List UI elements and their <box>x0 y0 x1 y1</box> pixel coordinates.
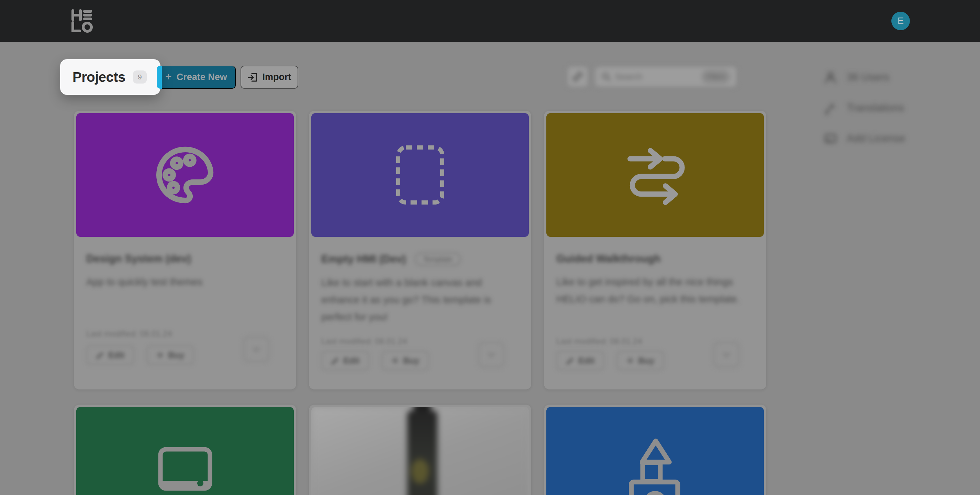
edit-button[interactable]: Edit <box>556 351 604 370</box>
sidebar-item-add-license[interactable]: Add License <box>824 128 948 149</box>
buy-label: Buy <box>168 350 184 360</box>
buy-button[interactable]: Buy <box>617 351 664 370</box>
plus-icon <box>156 351 164 359</box>
sidebar-item-translations[interactable]: Translations <box>824 97 948 119</box>
blocks-icon <box>623 436 687 495</box>
project-thumbnail <box>311 113 529 237</box>
card-menu-button[interactable] <box>243 336 269 362</box>
buy-button[interactable]: Buy <box>147 345 194 365</box>
create-new-button[interactable]: + Create New <box>157 66 236 89</box>
view-toggle-button[interactable] <box>567 66 588 87</box>
create-new-button-highlight <box>157 66 162 89</box>
plus-icon: + <box>165 71 172 82</box>
dashed-frame-icon <box>396 145 444 205</box>
avatar-initial: E <box>897 16 904 27</box>
filter-pill-label: Filters <box>707 73 725 80</box>
plus-icon <box>627 357 634 364</box>
project-thumbnail <box>546 407 764 495</box>
sidebar-users-label: 36 Users <box>847 71 889 84</box>
buy-label: Buy <box>403 356 419 366</box>
helio-logo-icon[interactable] <box>70 9 93 33</box>
project-thumbnail <box>76 113 294 237</box>
search-field[interactable]: Filters <box>595 66 737 87</box>
buy-label: Buy <box>638 356 654 366</box>
project-title: Design System (dev) <box>86 253 191 265</box>
template-badge: Template <box>415 253 460 266</box>
import-icon <box>248 72 258 83</box>
blurred-photo <box>311 407 529 495</box>
page-title: Projects <box>73 70 126 85</box>
chevron-down-icon <box>251 344 261 354</box>
plus-icon <box>391 357 399 364</box>
chevron-down-icon <box>721 350 732 360</box>
last-modified: Last modified: 08.01.24 <box>556 336 642 346</box>
import-button[interactable]: Import <box>240 66 298 89</box>
project-card-row2-3[interactable] <box>544 404 766 495</box>
palette-icon <box>153 142 218 208</box>
import-label: Import <box>262 72 291 83</box>
filter-pill[interactable]: Filters <box>701 70 730 84</box>
edit-button[interactable]: Edit <box>86 345 134 365</box>
pencil-icon <box>96 351 104 359</box>
user-avatar[interactable]: E <box>891 12 910 30</box>
chevron-down-icon <box>486 350 496 360</box>
project-card-row2-2[interactable] <box>309 404 531 495</box>
right-sidebar: 36 Users Translations Add License <box>824 67 948 159</box>
pencil-icon <box>566 357 574 365</box>
display-icon <box>158 447 213 491</box>
pencil-icon <box>331 357 339 365</box>
project-description: Like to start with a blank canvas and en… <box>321 274 520 326</box>
license-icon <box>824 132 837 145</box>
project-description: Like to get inspired by all the nice thi… <box>556 273 756 308</box>
project-card-empty-hmi[interactable]: Empty HMI (Dev) Template Like to start w… <box>309 111 531 390</box>
last-modified: Last modified: 08.01.24 <box>86 329 172 339</box>
last-modified: Last modified: 08.01.24 <box>321 336 407 346</box>
project-count-badge: 9 <box>133 70 147 84</box>
link-icon <box>573 72 583 82</box>
sidebar-translations-label: Translations <box>847 102 904 114</box>
sidebar-add-license-label: Add License <box>847 132 905 145</box>
project-description: App to quickly test themes <box>86 273 286 290</box>
edit-label: Edit <box>108 350 124 360</box>
project-card-guided-walkthrough[interactable]: Guided Walkthrough Like to get inspired … <box>544 111 766 390</box>
edit-label: Edit <box>343 356 360 366</box>
project-thumbnail-photo <box>311 407 529 495</box>
search-input[interactable] <box>615 72 697 82</box>
card-menu-button[interactable] <box>713 342 740 368</box>
app-header: E <box>0 0 980 42</box>
project-title: Guided Walkthrough <box>556 253 661 265</box>
project-thumbnail <box>546 113 764 237</box>
search-icon <box>601 72 611 81</box>
route-icon <box>621 143 690 207</box>
users-icon <box>824 71 837 84</box>
search-toolbar: Filters <box>563 64 742 89</box>
create-new-label: Create New <box>177 72 227 83</box>
project-thumbnail <box>76 407 294 495</box>
spotlight-projects-title: Projects 9 <box>60 59 161 95</box>
project-card-row2-1[interactable] <box>74 404 296 495</box>
buy-button[interactable]: Buy <box>382 351 429 370</box>
sidebar-item-users[interactable]: 36 Users <box>824 67 948 88</box>
edit-button[interactable]: Edit <box>321 351 369 370</box>
edit-label: Edit <box>578 356 595 366</box>
project-title: Empty HMI (Dev) <box>321 253 406 265</box>
card-menu-button[interactable] <box>478 342 504 368</box>
translations-icon <box>824 102 837 115</box>
project-card-design-system[interactable]: Design System (dev) App to quickly test … <box>74 111 296 390</box>
